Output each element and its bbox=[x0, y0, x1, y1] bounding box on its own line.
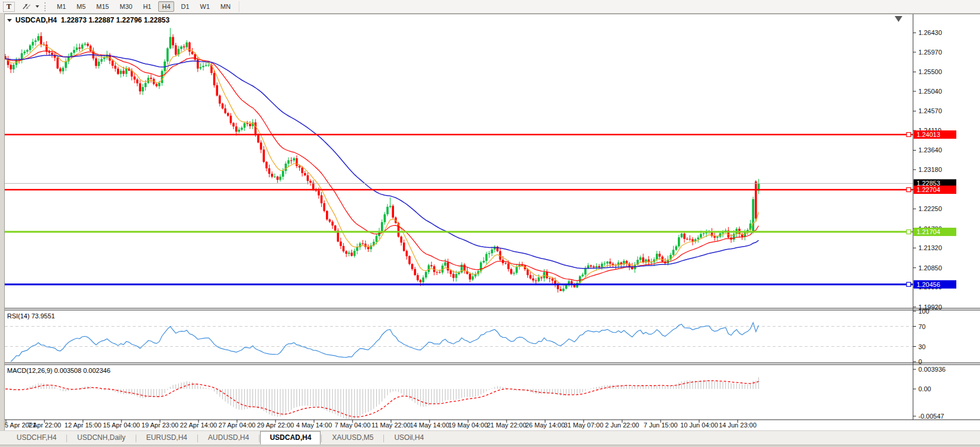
timeframe-mn-button[interactable]: MN bbox=[217, 1, 234, 12]
svg-text:1.26430: 1.26430 bbox=[918, 29, 942, 36]
caret-down-icon bbox=[36, 5, 39, 8]
svg-text:14 Jun 23:00: 14 Jun 23:00 bbox=[719, 422, 757, 429]
panel-splitter-rsi[interactable] bbox=[4, 308, 980, 311]
svg-text:11 May 22:00: 11 May 22:00 bbox=[371, 422, 411, 429]
svg-text:2 Jun 22:00: 2 Jun 22:00 bbox=[605, 422, 639, 429]
line-anchor-marker[interactable] bbox=[907, 282, 911, 286]
chart-tab-usdcnh-daily[interactable]: USDCNH,Daily bbox=[68, 431, 134, 445]
svg-text:1.22250: 1.22250 bbox=[918, 205, 942, 212]
svg-text:1.21320: 1.21320 bbox=[918, 244, 942, 251]
line-anchor-marker[interactable] bbox=[907, 230, 911, 234]
svg-text:1.24570: 1.24570 bbox=[918, 107, 942, 114]
tab-separator bbox=[136, 435, 136, 442]
svg-text:0.003936: 0.003936 bbox=[918, 366, 946, 373]
chart-background bbox=[4, 14, 980, 430]
svg-text:4 May 14:00: 4 May 14:00 bbox=[296, 422, 332, 429]
svg-text:1.20850: 1.20850 bbox=[918, 264, 942, 272]
svg-text:1.23180: 1.23180 bbox=[918, 166, 942, 173]
tab-separator bbox=[321, 435, 322, 442]
svg-text:1.23640: 1.23640 bbox=[918, 146, 942, 154]
timeframe-buttons: M1M5M15M30H1H4D1W1MN bbox=[52, 1, 236, 12]
status-strip bbox=[0, 445, 980, 447]
timeframe-m30-button[interactable]: M30 bbox=[116, 1, 136, 12]
chart-tab-xauusd-m5[interactable]: XAUUSD,M5 bbox=[322, 431, 383, 445]
chart-tab-usdcad-h4[interactable]: USDCAD,H4 bbox=[260, 431, 321, 445]
toolbar-grip-handle[interactable] bbox=[44, 2, 47, 11]
toolbar-separator bbox=[239, 1, 239, 12]
svg-text:14 May 14:00: 14 May 14:00 bbox=[410, 422, 450, 429]
svg-text:26 May 14:00: 26 May 14:00 bbox=[526, 422, 565, 429]
svg-text:0.00: 0.00 bbox=[918, 385, 931, 392]
svg-text:31 May 07:00: 31 May 07:00 bbox=[564, 422, 604, 429]
svg-text:100: 100 bbox=[918, 308, 929, 315]
svg-text:0: 0 bbox=[918, 358, 922, 365]
svg-text:22 Apr 14:00: 22 Apr 14:00 bbox=[180, 422, 217, 429]
chart-tabbar: USDCHF,H4USDCNH,DailyEURUSD,H4AUDUSD,H4U… bbox=[0, 430, 980, 445]
timeframe-m5-button[interactable]: M5 bbox=[73, 1, 89, 12]
svg-text:1.24013: 1.24013 bbox=[917, 131, 940, 138]
rsi-label: RSI(14) 73.9551 bbox=[7, 312, 55, 320]
collapse-triangle-icon[interactable] bbox=[7, 19, 12, 22]
chart-tab-usdchf-h4[interactable]: USDCHF,H4 bbox=[7, 431, 66, 445]
date-axis[interactable]: 5 Apr 20217 Apr 22:0012 Apr 15:0015 Apr … bbox=[5, 420, 757, 429]
svg-text:70: 70 bbox=[918, 323, 925, 330]
chart-tab-usoil-h4[interactable]: USOil,H4 bbox=[385, 431, 433, 445]
arrow-tools-button[interactable] bbox=[21, 2, 39, 11]
svg-text:12 Apr 15:00: 12 Apr 15:00 bbox=[65, 422, 101, 429]
tab-separator bbox=[383, 435, 384, 442]
line-anchor-marker[interactable] bbox=[907, 188, 911, 192]
chart-title: USDCAD,H4 1.22873 1.22887 1.22796 1.2285… bbox=[7, 16, 169, 24]
line-anchor-marker[interactable] bbox=[907, 133, 911, 137]
window-left-edge bbox=[0, 14, 5, 430]
timeframe-m15-button[interactable]: M15 bbox=[93, 1, 113, 12]
svg-text:29 Apr 22:00: 29 Apr 22:00 bbox=[257, 422, 294, 429]
svg-text:10 Jun 04:00: 10 Jun 04:00 bbox=[680, 422, 718, 429]
macd-label: MACD(12,26,9) 0.003508 0.002346 bbox=[7, 367, 110, 374]
tab-separator bbox=[66, 435, 67, 442]
panel-splitter-macd[interactable] bbox=[4, 362, 980, 365]
swap-arrows-icon bbox=[21, 2, 33, 11]
svg-text:30: 30 bbox=[918, 343, 925, 350]
chart-canvas[interactable]: 1.264301.259701.255001.250401.245701.241… bbox=[0, 0, 980, 447]
chart-tab-eurusd-h4[interactable]: EURUSD,H4 bbox=[137, 431, 197, 445]
svg-text:7 Apr 22:00: 7 Apr 22:00 bbox=[28, 422, 61, 429]
timeframe-w1-button[interactable]: W1 bbox=[197, 1, 214, 12]
svg-text:19 Apr 23:00: 19 Apr 23:00 bbox=[142, 422, 178, 429]
chart-tab-audusd-h4[interactable]: AUDUSD,H4 bbox=[198, 431, 258, 445]
svg-text:1.20456: 1.20456 bbox=[917, 281, 940, 288]
toolbar: T M1M5M15M30H1H4D1W1MN bbox=[0, 0, 980, 14]
timeframe-d1-button[interactable]: D1 bbox=[178, 1, 193, 12]
svg-text:21 May 22:00: 21 May 22:00 bbox=[487, 422, 527, 429]
svg-text:15 Apr 04:00: 15 Apr 04:00 bbox=[103, 422, 140, 429]
svg-text:1.25040: 1.25040 bbox=[918, 88, 942, 95]
timeframe-m1-button[interactable]: M1 bbox=[53, 1, 69, 12]
tab-separator bbox=[259, 435, 260, 442]
timeframe-h4-button[interactable]: H4 bbox=[158, 1, 174, 12]
svg-text:7 Jun 15:00: 7 Jun 15:00 bbox=[643, 422, 678, 429]
mt4-window: T M1M5M15M30H1H4D1W1MN 1.264301.259701.2… bbox=[0, 0, 980, 447]
svg-text:1.21704: 1.21704 bbox=[917, 228, 940, 235]
tab-separator bbox=[197, 435, 198, 442]
text-tool-button[interactable]: T bbox=[3, 2, 15, 12]
svg-text:1.25500: 1.25500 bbox=[918, 68, 942, 75]
svg-text:1.25970: 1.25970 bbox=[918, 49, 942, 56]
svg-text:19 May 04:00: 19 May 04:00 bbox=[449, 422, 488, 429]
svg-text:-0.00547: -0.00547 bbox=[918, 413, 944, 420]
chart-title-text: USDCAD,H4 1.22873 1.22887 1.22796 1.2285… bbox=[15, 16, 169, 24]
svg-text:27 Apr 04:00: 27 Apr 04:00 bbox=[219, 422, 255, 429]
timeframe-h1-button[interactable]: H1 bbox=[139, 1, 155, 12]
svg-text:1.22704: 1.22704 bbox=[917, 186, 940, 193]
svg-text:7 May 04:00: 7 May 04:00 bbox=[335, 422, 371, 429]
